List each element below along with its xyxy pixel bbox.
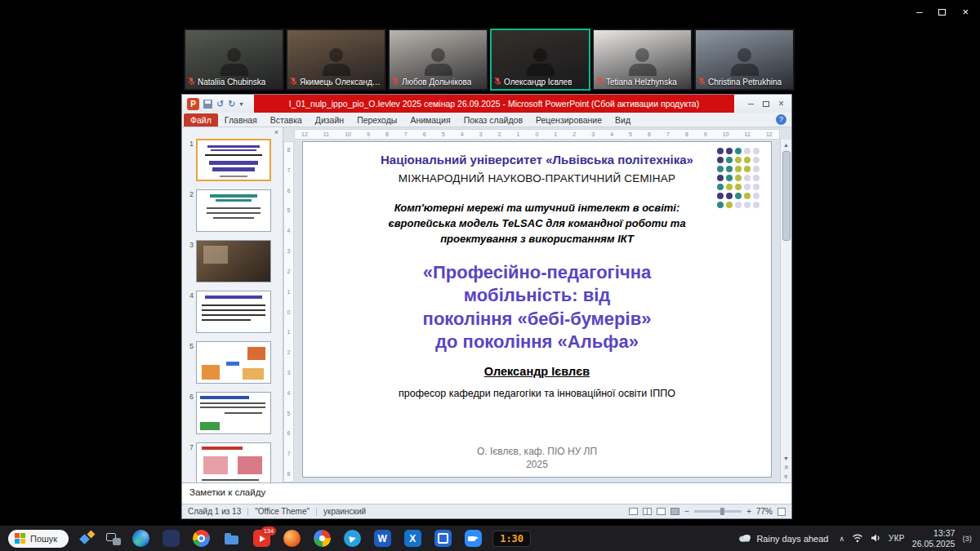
taskbar-app-dark-app-icon[interactable] — [162, 530, 180, 548]
slide-thumbnail-4[interactable]: 4 — [185, 291, 279, 333]
slide-thumbnail-preview — [196, 139, 271, 181]
ribbon-tab-9[interactable]: Вид — [608, 113, 637, 127]
zoom-maximize-button[interactable] — [938, 7, 946, 18]
qat-dropdown-icon[interactable]: ▾ — [239, 100, 243, 108]
slide-seminar-line[interactable]: МІЖНАРОДНИЙ НАУКОВО-ПРАКТИЧНИЙ СЕМІНАР — [399, 172, 675, 184]
taskbar-app-x-app-icon[interactable]: X — [403, 530, 421, 548]
zoom-slider-handle[interactable] — [720, 508, 724, 515]
participant-tile[interactable]: Tetiana Helzhynska — [592, 29, 693, 91]
slide-thumbnail-preview — [196, 189, 271, 232]
slide-wrapper: Національний університет «Львівська полі… — [294, 140, 780, 482]
close-button[interactable]: × — [778, 95, 784, 113]
panel-close-icon[interactable]: × — [274, 128, 278, 138]
minimize-button[interactable]: – — [748, 95, 754, 113]
participant-name-bar: Nataliia Chubinska — [188, 77, 280, 87]
taskbar-app-edge-icon[interactable] — [131, 530, 149, 548]
task-view-button[interactable] — [106, 532, 121, 545]
restore-button[interactable] — [763, 95, 769, 113]
quick-access-toolbar: P ↺ ↻ ▾ — [182, 98, 254, 110]
taskbar-app-red-play-icon[interactable]: 134 — [252, 530, 270, 548]
taskbar-app-file-explorer-icon[interactable] — [222, 530, 240, 548]
notes-pane[interactable]: Заметки к слайду — [182, 482, 791, 504]
zoom-window-controls: – × — [916, 7, 969, 18]
slideshow-view-button[interactable] — [670, 508, 679, 515]
ribbon-tab-4[interactable]: Дизайн — [309, 113, 350, 127]
wifi-icon[interactable] — [852, 533, 863, 544]
taskbar-app-telegram-icon[interactable] — [343, 530, 361, 548]
next-slide-button[interactable]: « — [782, 474, 791, 478]
participant-tile[interactable]: Якимець Олександра ... — [286, 29, 386, 91]
previous-slide-button[interactable]: « — [782, 465, 791, 469]
powerpoint-app-icon[interactable]: P — [187, 98, 199, 110]
scrollbar-thumb[interactable] — [782, 151, 791, 241]
ribbon-tab-5[interactable]: Переходы — [350, 113, 403, 127]
slide-thumbnail-3[interactable]: 3 — [185, 240, 279, 282]
ribbon-tab-1[interactable]: Файл — [184, 113, 218, 127]
participant-name: Christina Petrukhina — [708, 78, 782, 87]
slide-footer: О. Ієвлєв, каф. ПІО НУ ЛП 2025 — [477, 445, 597, 471]
timer-widget[interactable]: 1:30 — [492, 531, 531, 547]
slide-subtitle[interactable]: Комп'ютерні мережі та штучний інтелект в… — [388, 201, 685, 247]
participant-name: Nataliia Chubinska — [198, 78, 265, 87]
participant-name-bar: Якимець Олександра ... — [290, 77, 382, 87]
save-icon[interactable] — [203, 100, 212, 109]
taskbar-search[interactable]: Пошук — [8, 530, 69, 548]
windows-logo-icon — [15, 533, 25, 544]
participant-tile[interactable]: Christina Petrukhina — [694, 29, 795, 91]
tray-expand-icon[interactable]: ∧ — [839, 535, 844, 543]
slide-thumbnail-5[interactable]: 5 — [185, 341, 279, 384]
scroll-down-icon[interactable]: ▼ — [783, 455, 789, 463]
slide-university-line[interactable]: Національний університет «Львівська полі… — [381, 153, 693, 167]
slide-sorter-view-button[interactable] — [643, 508, 652, 515]
status-divider — [247, 508, 248, 516]
notification-badge[interactable]: (3) — [962, 534, 972, 543]
language-indicator[interactable]: украинский — [323, 507, 366, 516]
taskbar-app-orange-app-icon[interactable] — [283, 530, 301, 548]
undo-icon[interactable]: ↺ — [216, 99, 224, 109]
taskbar-app-zoom-icon[interactable] — [464, 530, 482, 548]
taskbar-app-blue-app-icon[interactable] — [434, 530, 452, 548]
taskbar-app-color-wheel-icon[interactable] — [313, 530, 331, 548]
ribbon-tab-6[interactable]: Анимация — [403, 113, 457, 127]
slide-canvas[interactable]: Національний університет «Львівська полі… — [302, 141, 772, 478]
scroll-up-icon[interactable]: ▲ — [783, 141, 789, 149]
participant-name-bar: Любов Дольнікова — [392, 77, 484, 87]
cloud-icon — [738, 533, 751, 544]
zoom-slider[interactable] — [694, 510, 742, 513]
reading-view-button[interactable] — [657, 508, 666, 515]
language-switcher[interactable]: УКР — [889, 534, 905, 543]
slide-author-position[interactable]: професор кафедри педагогіки та інновацій… — [399, 388, 675, 399]
ribbon-tab-7[interactable]: Показ слайдов — [457, 113, 529, 127]
ribbon-tab-bar: ? ФайлГлавнаяВставкаДизайнПереходыАнимац… — [182, 113, 791, 127]
window-title: I_01_nulp_ippo_pio_O.Ievlev 2025 семінар… — [254, 95, 734, 113]
system-tray: ∧ УКР 13:37 26.05.2025 (3) — [839, 528, 972, 549]
slide-thumbnail-7[interactable]: 7 — [185, 442, 279, 482]
zoom-out-button[interactable]: − — [684, 507, 689, 516]
slide-thumbnail-6[interactable]: 6 — [185, 392, 279, 434]
zoom-close-button[interactable]: × — [962, 7, 969, 18]
zoom-minimize-button[interactable]: – — [916, 7, 922, 18]
redo-icon[interactable]: ↻ — [228, 99, 235, 109]
participant-tile[interactable]: Любов Дольнікова — [388, 29, 488, 91]
vertical-scrollbar[interactable]: ▲ ▼ « « — [780, 140, 791, 482]
slide-main-title[interactable]: «Професійно-педагогічна мобільність: від… — [423, 261, 652, 354]
ribbon-tab-3[interactable]: Вставка — [264, 113, 309, 127]
ribbon-tab-8[interactable]: Рецензирование — [529, 113, 608, 127]
participant-tile[interactable]: Nataliia Chubinska — [184, 29, 284, 91]
slide-thumbnail-2[interactable]: 2 — [185, 189, 279, 232]
weather-widget[interactable]: Rainy days ahead — [738, 533, 828, 544]
participant-tile[interactable]: Олександр Ієвлев — [490, 29, 590, 91]
widgets-sparkle-icon[interactable] — [79, 531, 96, 547]
taskbar-clock[interactable]: 13:37 26.05.2025 — [912, 528, 956, 549]
taskbar-app-word-icon[interactable]: W — [373, 530, 391, 548]
ribbon-tab-2[interactable]: Главная — [218, 113, 264, 127]
normal-view-button[interactable] — [629, 508, 638, 515]
slide-author[interactable]: Олександр Ієвлєв — [484, 365, 590, 378]
scrollbar-track[interactable] — [782, 151, 791, 453]
slide-thumbnail-1[interactable]: 1 — [185, 139, 279, 181]
fit-slide-button[interactable] — [777, 508, 786, 516]
help-icon[interactable]: ? — [776, 114, 786, 125]
volume-icon[interactable] — [871, 533, 881, 544]
zoom-in-button[interactable]: + — [746, 507, 751, 516]
taskbar-app-chrome-icon[interactable] — [192, 530, 210, 548]
